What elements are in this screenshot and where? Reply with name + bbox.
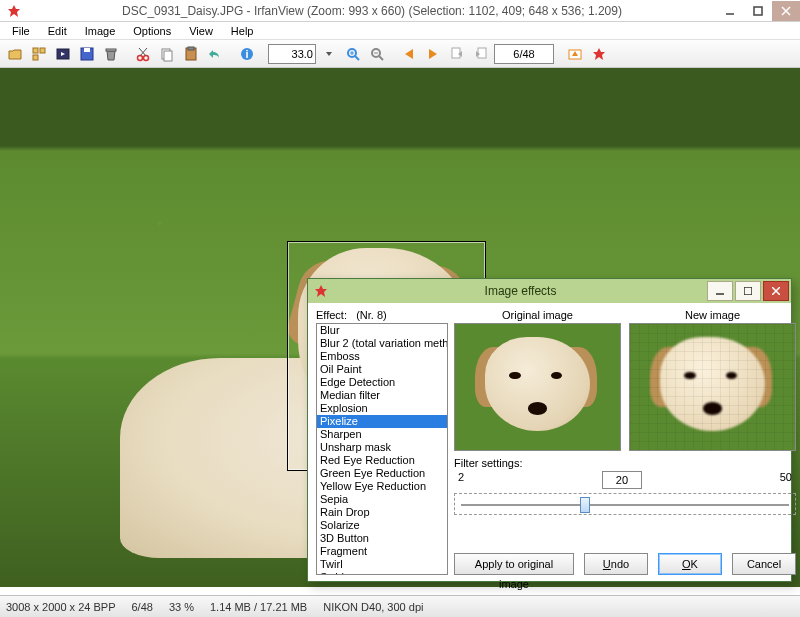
effect-item[interactable]: Explosion [317, 402, 447, 415]
effect-item[interactable]: 3D Button [317, 532, 447, 545]
slideshow-icon[interactable] [52, 43, 74, 65]
menu-options[interactable]: Options [125, 23, 179, 39]
effect-item[interactable]: Yellow Eye Reduction [317, 480, 447, 493]
menu-view[interactable]: View [181, 23, 221, 39]
close-button[interactable] [772, 1, 800, 21]
svg-rect-35 [478, 48, 486, 58]
menubar: File Edit Image Options View Help [0, 22, 800, 40]
original-preview [454, 323, 621, 451]
status-filesize: 1.14 MB / 17.21 MB [210, 601, 307, 613]
status-camera: NIKON D40, 300 dpi [323, 601, 423, 613]
effect-item[interactable]: Oil Paint [317, 363, 447, 376]
effect-item[interactable]: Sharpen [317, 428, 447, 441]
open-icon[interactable] [4, 43, 26, 65]
window-title: DSC_0931_Daisy.JPG - IrfanView (Zoom: 99… [28, 4, 716, 18]
slider-min-label: 2 [458, 471, 464, 489]
maximize-button[interactable] [744, 1, 772, 21]
effect-item[interactable]: Blur [317, 324, 447, 337]
info-icon[interactable]: i [236, 43, 258, 65]
zoom-input[interactable] [268, 44, 316, 64]
effect-item[interactable]: Pixelize [317, 415, 447, 428]
svg-marker-0 [8, 5, 20, 17]
effect-item[interactable]: Twirl [317, 558, 447, 571]
new-preview [629, 323, 796, 451]
svg-line-25 [355, 56, 359, 60]
save-icon[interactable] [76, 43, 98, 65]
menu-help[interactable]: Help [223, 23, 262, 39]
dialog-close-button[interactable] [763, 281, 789, 301]
delete-icon[interactable] [100, 43, 122, 65]
dialog-maximize-button[interactable] [735, 281, 761, 301]
main-titlebar: DSC_0931_Daisy.JPG - IrfanView (Zoom: 99… [0, 0, 800, 22]
zoom-dropdown-icon[interactable] [318, 43, 340, 65]
filter-settings-label: Filter settings: [454, 457, 796, 469]
ok-button[interactable]: OK [658, 553, 722, 575]
cut-icon[interactable] [132, 43, 154, 65]
menu-file[interactable]: File [4, 23, 38, 39]
svg-point-14 [144, 55, 149, 60]
cancel-button[interactable]: Cancel [732, 553, 796, 575]
svg-line-29 [379, 56, 383, 60]
svg-rect-33 [452, 48, 460, 58]
acquire-icon[interactable] [564, 43, 586, 65]
prev-icon[interactable] [398, 43, 420, 65]
dialog-title: Image effects [334, 284, 707, 298]
effect-item[interactable]: Swirl [317, 571, 447, 575]
svg-marker-31 [405, 49, 413, 59]
svg-rect-18 [164, 51, 172, 61]
svg-point-13 [138, 55, 143, 60]
slider-max-label: 50 [780, 471, 792, 489]
prev-page-icon[interactable] [446, 43, 468, 65]
svg-marker-32 [429, 49, 437, 59]
status-zoom: 33 % [169, 601, 194, 613]
svg-rect-6 [40, 48, 45, 53]
slider-value-input[interactable] [602, 471, 642, 489]
effect-item[interactable]: Red Eye Reduction [317, 454, 447, 467]
next-icon[interactable] [422, 43, 444, 65]
original-image-label: Original image [454, 309, 621, 321]
status-dimensions: 3008 x 2000 x 24 BPP [6, 601, 115, 613]
image-effects-dialog: Image effects Effect: (Nr. 8) BlurBlur 2… [307, 278, 792, 582]
dialog-minimize-button[interactable] [707, 281, 733, 301]
minimize-button[interactable] [716, 1, 744, 21]
status-page: 6/48 [131, 601, 152, 613]
svg-marker-39 [593, 48, 605, 60]
effect-list[interactable]: BlurBlur 2 (total variation method)Embos… [316, 323, 448, 575]
effect-item[interactable]: Green Eye Reduction [317, 467, 447, 480]
svg-text:i: i [245, 48, 248, 60]
undo-icon[interactable] [204, 43, 226, 65]
thumbnails-icon[interactable] [28, 43, 50, 65]
zoom-out-icon[interactable] [366, 43, 388, 65]
effect-item[interactable]: Sepia [317, 493, 447, 506]
dialog-titlebar[interactable]: Image effects [308, 279, 791, 303]
zoom-in-icon[interactable] [342, 43, 364, 65]
svg-rect-5 [33, 48, 38, 53]
effect-item[interactable]: Rain Drop [317, 506, 447, 519]
svg-rect-12 [106, 49, 116, 51]
next-page-icon[interactable] [470, 43, 492, 65]
effect-item[interactable]: Blur 2 (total variation method) [317, 337, 447, 350]
effect-item[interactable]: Emboss [317, 350, 447, 363]
effect-item[interactable]: Unsharp mask [317, 441, 447, 454]
effect-label: Effect: (Nr. 8) [316, 309, 448, 321]
effect-item[interactable]: Solarize [317, 519, 447, 532]
undo-button[interactable]: Undo [584, 553, 648, 575]
effect-item[interactable]: Median filter [317, 389, 447, 402]
slider-thumb[interactable] [580, 497, 590, 513]
page-input[interactable] [494, 44, 554, 64]
effect-item[interactable]: Fragment [317, 545, 447, 558]
svg-rect-11 [84, 48, 90, 52]
apply-button[interactable]: Apply to original image [454, 553, 574, 575]
menu-image[interactable]: Image [77, 23, 124, 39]
svg-marker-40 [315, 285, 327, 297]
irfanview-icon[interactable] [588, 43, 610, 65]
effect-item[interactable]: Edge Detection [317, 376, 447, 389]
menu-edit[interactable]: Edit [40, 23, 75, 39]
paste-icon[interactable] [180, 43, 202, 65]
svg-rect-2 [754, 7, 762, 15]
copy-icon[interactable] [156, 43, 178, 65]
statusbar: 3008 x 2000 x 24 BPP 6/48 33 % 1.14 MB /… [0, 595, 800, 617]
filter-slider[interactable] [454, 493, 796, 515]
dialog-app-icon [314, 284, 328, 298]
svg-rect-42 [744, 287, 752, 295]
